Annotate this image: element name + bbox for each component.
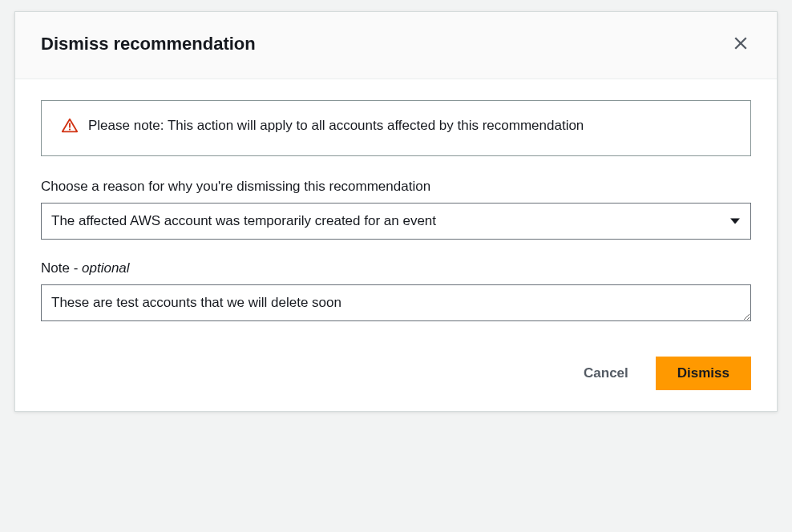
reason-select-wrapper: The affected AWS account was temporarily…	[41, 203, 751, 240]
note-label: Note - optional	[41, 260, 751, 276]
alert-text: Please note: This action will apply to a…	[88, 115, 584, 136]
reason-label: Choose a reason for why you're dismissin…	[41, 179, 751, 195]
warning-alert: Please note: This action will apply to a…	[41, 100, 751, 156]
modal-body: Please note: This action will apply to a…	[15, 79, 777, 341]
reason-select[interactable]: The affected AWS account was temporarily…	[41, 203, 751, 240]
modal-footer: Cancel Dismiss	[15, 341, 777, 411]
note-label-optional: optional	[82, 260, 130, 276]
note-label-prefix: Note -	[41, 260, 82, 276]
note-textarea[interactable]	[41, 284, 751, 321]
close-button[interactable]	[730, 33, 751, 56]
modal-header: Dismiss recommendation	[15, 12, 777, 79]
warning-triangle-icon	[61, 117, 79, 138]
close-icon	[733, 36, 748, 53]
modal-title: Dismiss recommendation	[41, 33, 256, 56]
cancel-button[interactable]: Cancel	[571, 357, 641, 389]
dismiss-button[interactable]: Dismiss	[656, 357, 751, 390]
svg-point-3	[69, 128, 71, 130]
dismiss-recommendation-modal: Dismiss recommendation Please note: This…	[14, 11, 778, 412]
